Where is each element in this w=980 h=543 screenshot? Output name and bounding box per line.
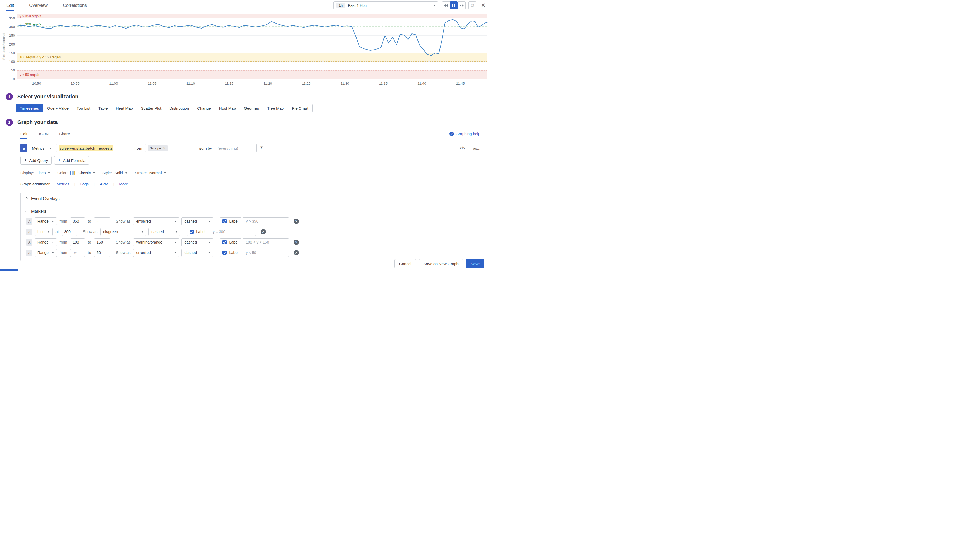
checkbox-checked-icon[interactable]	[223, 219, 227, 223]
viz-heat-map-button[interactable]: Heat Map	[112, 104, 137, 113]
save-as-new-graph-button[interactable]: Save as New Graph	[419, 259, 463, 268]
stroke-select[interactable]: Normal	[150, 171, 166, 175]
checkbox-checked-icon[interactable]	[223, 240, 227, 244]
viz-top-list-button[interactable]: Top List	[73, 104, 94, 113]
marker-label-toggle[interactable]: Label	[220, 238, 241, 246]
rewind-button[interactable]	[442, 1, 450, 10]
viz-query-value-button[interactable]: Query Value	[43, 104, 73, 113]
marker-to-input[interactable]: 150	[94, 238, 110, 246]
marker-type-select[interactable]: Range	[35, 238, 57, 246]
display-type-value: Lines	[37, 171, 46, 175]
marker-type-select[interactable]: Range	[35, 218, 57, 225]
add-formula-button[interactable]: + Add Formula	[54, 156, 89, 165]
marker-to-input[interactable]: ∞	[94, 218, 110, 225]
scope-tag[interactable]: $scope ✕	[148, 145, 168, 151]
marker-from-input[interactable]: 100	[70, 238, 85, 246]
color-select[interactable]: Classic	[70, 171, 95, 175]
marker-label-toggle[interactable]: Label	[187, 228, 208, 236]
chevron-down-icon	[174, 221, 177, 222]
scope-input[interactable]: $scope ✕	[145, 144, 196, 152]
metric-input[interactable]: sqlserver.stats.batch_requests	[56, 144, 131, 152]
marker-from-input[interactable]: 350	[70, 218, 85, 225]
marker-from-input[interactable]: -∞	[70, 249, 85, 257]
marker-at-input[interactable]: 300	[62, 228, 78, 236]
viz-timeseries-button[interactable]: Timeseries	[16, 104, 43, 113]
time-range-picker[interactable]: 1h Past 1 Hour	[334, 1, 438, 10]
data-source-select[interactable]: Metrics	[29, 144, 54, 152]
timeseries-chart[interactable]: 050100150200250300350y > 350 reqs/s100 r…	[1, 12, 489, 88]
tab-edit[interactable]: Edit	[6, 0, 14, 11]
viz-geomap-button[interactable]: Geomap	[240, 104, 263, 113]
rewind-icon	[444, 4, 448, 7]
pause-button[interactable]	[450, 1, 458, 10]
marker-type-select[interactable]: Line	[35, 228, 52, 236]
editor-tab-share[interactable]: Share	[59, 129, 70, 139]
tab-overview[interactable]: Overview	[29, 0, 48, 11]
style-label: Style:	[102, 171, 112, 175]
viz-tree-map-button[interactable]: Tree Map	[263, 104, 288, 113]
editor-tab-json[interactable]: JSON	[38, 129, 49, 139]
fast-forward-button[interactable]	[458, 1, 466, 10]
marker-stroke-select[interactable]: dashed	[181, 218, 213, 225]
code-view-icon[interactable]: </>	[460, 146, 465, 150]
label-checkbox-text: Label	[229, 251, 238, 255]
remove-scope-icon[interactable]: ✕	[163, 146, 166, 149]
viz-distribution-button[interactable]: Distribution	[165, 104, 193, 113]
time-shortcut-chip[interactable]: 1h	[336, 3, 345, 8]
save-button[interactable]: Save	[466, 259, 484, 268]
style-select[interactable]: Solid	[115, 171, 127, 175]
graph-additional-more-link[interactable]: More...	[119, 182, 131, 186]
graph-additional-apm-link[interactable]: APM	[100, 182, 108, 186]
alias-as-link[interactable]: as...	[473, 146, 480, 151]
style-value: Solid	[115, 171, 123, 175]
viz-table-button[interactable]: Table	[94, 104, 112, 113]
show-as-label: Show as	[83, 230, 98, 234]
close-icon[interactable]: ×	[481, 2, 485, 9]
markers-toggle[interactable]: Markers	[25, 209, 475, 214]
graphing-help-link[interactable]: ? Graphing help	[449, 132, 480, 136]
add-query-button[interactable]: + Add Query	[21, 156, 52, 165]
checkbox-checked-icon[interactable]	[223, 251, 227, 255]
marker-label-toggle[interactable]: Label	[220, 218, 241, 225]
marker-style-select[interactable]: ok/green	[100, 228, 146, 236]
delete-marker-icon[interactable]: ✕	[294, 240, 299, 245]
refresh-button[interactable]: ↺	[468, 1, 476, 10]
marker-label-input[interactable]: y < 50	[243, 249, 289, 257]
step-1-badge: 1	[6, 93, 13, 100]
marker-type-select[interactable]: Range	[35, 249, 57, 257]
delete-marker-icon[interactable]: ✕	[261, 229, 266, 234]
marker-label-toggle[interactable]: Label	[220, 249, 241, 257]
marker-label-input[interactable]: y = 300	[210, 228, 256, 236]
marker-style-select[interactable]: error/red	[133, 249, 179, 257]
delete-marker-icon[interactable]: ✕	[294, 219, 299, 224]
graph-additional-logs-link[interactable]: Logs	[80, 182, 89, 186]
editor-tab-edit[interactable]: Edit	[21, 129, 27, 139]
viz-pie-chart-button[interactable]: Pie Chart	[288, 104, 313, 113]
group-by-input[interactable]: (everything)	[215, 144, 252, 152]
svg-text:Requests/second: Requests/second	[2, 33, 6, 60]
marker-stroke-select[interactable]: dashed	[181, 238, 213, 246]
display-type-select[interactable]: Lines	[37, 171, 50, 175]
marker-stroke-select[interactable]: dashed	[181, 249, 213, 257]
graph-additional-metrics-link[interactable]: Metrics	[57, 182, 69, 186]
viz-change-button[interactable]: Change	[193, 104, 215, 113]
query-row: a Metrics sqlserver.stats.batch_requests…	[21, 144, 480, 152]
marker-label-input[interactable]: y > 350	[243, 218, 289, 225]
svg-text:11:40: 11:40	[417, 82, 426, 86]
add-function-button[interactable]: Σ	[256, 144, 267, 152]
marker-to-input[interactable]: 50	[94, 249, 110, 257]
marker-label-input[interactable]: 100 < y < 150	[243, 238, 289, 246]
to-label: to	[88, 251, 91, 255]
marker-stroke-select[interactable]: dashed	[148, 228, 180, 236]
viz-host-map-button[interactable]: Host Map	[215, 104, 240, 113]
chevron-down-icon	[208, 221, 210, 222]
marker-style-select[interactable]: error/red	[133, 218, 179, 225]
tab-correlations[interactable]: Correlations	[63, 0, 87, 11]
checkbox-checked-icon[interactable]	[189, 230, 194, 234]
event-overlays-toggle[interactable]: Event Overlays	[21, 193, 480, 205]
viz-scatter-plot-button[interactable]: Scatter Plot	[137, 104, 166, 113]
marker-style-select[interactable]: warning/orange	[133, 238, 179, 246]
from-label: from	[60, 240, 67, 244]
delete-marker-icon[interactable]: ✕	[294, 250, 299, 255]
cancel-button[interactable]: Cancel	[395, 259, 416, 268]
